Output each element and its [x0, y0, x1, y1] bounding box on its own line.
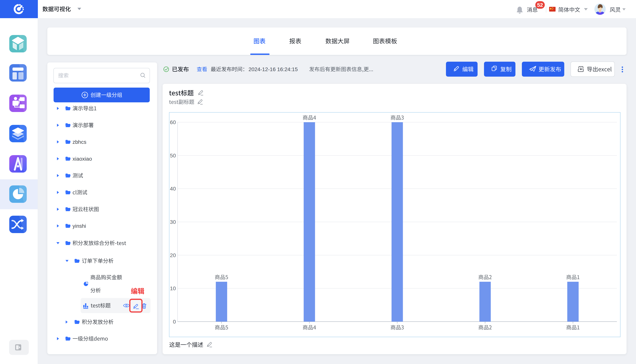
- svg-text:60: 60: [170, 120, 176, 125]
- svg-text:10: 10: [170, 286, 176, 291]
- svg-text:20: 20: [170, 252, 176, 258]
- svg-text:52: 52: [537, 2, 543, 8]
- svg-text:40: 40: [170, 186, 176, 192]
- svg-text:2024-12-16 16:24:15: 2024-12-16 16:24:15: [249, 66, 298, 72]
- svg-text:yinshi: yinshi: [73, 223, 86, 229]
- svg-text:zbhcs: zbhcs: [73, 139, 86, 145]
- svg-text:50: 50: [170, 153, 176, 158]
- svg-text:xiaoxiao: xiaoxiao: [73, 156, 92, 162]
- svg-text:30: 30: [170, 219, 176, 225]
- svg-text:0: 0: [173, 319, 176, 325]
